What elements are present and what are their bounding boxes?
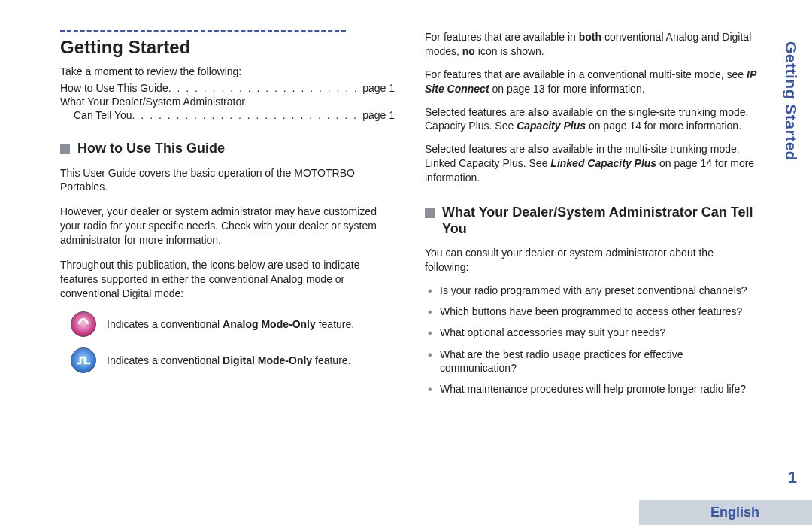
page-title: Getting Started <box>60 37 395 58</box>
list-item: What optional accessories may suit your … <box>428 326 759 339</box>
question-list: Is your radio programmed with any preset… <box>425 284 759 396</box>
list-item: What are the best radio usage practices … <box>428 347 759 375</box>
body-paragraph: For features that are available in both … <box>425 30 759 59</box>
digital-mode-icon <box>71 347 96 373</box>
body-paragraph: Selected features are also available in … <box>425 142 759 185</box>
subheading-dealer-admin: What Your Dealer/System Administrator Ca… <box>425 205 759 237</box>
toc-row-2a: What Your Dealer/System Administrator <box>60 96 395 108</box>
body-paragraph: This User Guide covers the basic operati… <box>60 166 395 195</box>
intro-text: Take a moment to review the following: <box>60 65 395 77</box>
toc-row-1: How to Use This Guide . . . . . . . . . … <box>60 82 395 94</box>
left-column: Getting Started Take a moment to review … <box>60 30 395 517</box>
feature-digital: Indicates a conventional Digital Mode-On… <box>71 347 395 373</box>
body-paragraph: You can consult your dealer or system ad… <box>425 246 759 275</box>
page-content: Getting Started Take a moment to review … <box>0 0 812 525</box>
right-column: For features that are available in both … <box>425 30 789 517</box>
list-item: What maintenance procedures will help pr… <box>428 382 759 396</box>
feature-text: Indicates a conventional Digital Mode-On… <box>107 354 350 367</box>
toc-label: Can Tell You <box>74 109 132 121</box>
toc-label: How to Use This Guide <box>60 82 168 94</box>
subheading-title: What Your Dealer/System Administrator Ca… <box>442 205 759 237</box>
toc-dots: . . . . . . . . . . . . . . . . . . . . … <box>132 109 363 121</box>
subheading-how-to-use: How to Use This Guide <box>60 141 395 157</box>
feature-text: Indicates a conventional Analog Mode-Onl… <box>107 317 354 331</box>
list-item: Which buttons have been programmed to ac… <box>428 305 759 318</box>
square-bullet-icon <box>60 144 70 154</box>
toc-label: What Your Dealer/System Administrator <box>60 96 245 108</box>
body-paragraph: Selected features are also available on … <box>425 105 759 134</box>
language-footer: English <box>639 500 812 525</box>
dashed-divider <box>60 30 346 32</box>
page-number: 1 <box>788 468 797 487</box>
body-paragraph: However, your dealer or system administr… <box>60 205 395 247</box>
side-tab-label: Getting Started <box>782 41 800 161</box>
subheading-title: How to Use This Guide <box>77 141 225 157</box>
toc-page-ref: page 1 <box>362 82 395 94</box>
body-paragraph: For features that are available in a con… <box>425 68 759 96</box>
analog-mode-icon <box>71 311 96 337</box>
toc-dots: . . . . . . . . . . . . . . . . . . . . … <box>168 82 362 94</box>
square-bullet-icon <box>425 208 435 218</box>
body-paragraph: Throughout this publication, the icons b… <box>60 258 395 301</box>
list-item: Is your radio programmed with any preset… <box>428 284 759 297</box>
feature-analog: Indicates a conventional Analog Mode-Onl… <box>71 311 395 337</box>
toc-page-ref: page 1 <box>362 109 395 121</box>
toc-row-2b: Can Tell You . . . . . . . . . . . . . .… <box>60 109 395 121</box>
